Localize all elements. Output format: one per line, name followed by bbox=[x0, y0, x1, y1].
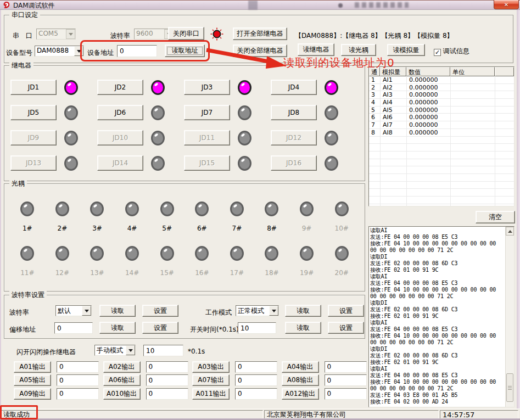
scrollbar-thumb[interactable] bbox=[506, 373, 513, 402]
output-button[interactable]: A011输出 bbox=[192, 388, 230, 400]
table-row[interactable]: 4 AI4 0.000000 bbox=[369, 99, 514, 107]
com-port-combo[interactable]: COM5 bbox=[36, 29, 76, 40]
close-button[interactable]: ✕ bbox=[494, 0, 519, 9]
baud-default-value: 默认 bbox=[56, 306, 82, 316]
relay-button[interactable]: JD12 bbox=[271, 130, 317, 145]
table-row[interactable]: 7 AI7 0.000000 bbox=[369, 121, 514, 129]
switch-time-input[interactable] bbox=[238, 322, 276, 334]
relay-led bbox=[325, 80, 338, 95]
analog-table-body: 1 AI1 0.000000 2 AI2 0.000000 3 bbox=[369, 76, 514, 206]
read-address-button[interactable]: 读取地址 bbox=[165, 44, 205, 57]
close-serial-button[interactable]: 关闭串口 bbox=[168, 27, 204, 40]
set-switch-time-button[interactable]: 设置 bbox=[328, 322, 364, 334]
read-offset-button[interactable]: 读取 bbox=[99, 322, 136, 334]
relay-button[interactable]: JD11 bbox=[184, 130, 230, 145]
output-button[interactable]: A010输出 bbox=[103, 388, 141, 400]
opto-label: 10# bbox=[335, 225, 349, 232]
relay-button[interactable]: JD1 bbox=[10, 80, 57, 95]
log-line: 读取AI bbox=[370, 320, 505, 326]
set-work-mode-button[interactable]: 设置 bbox=[328, 305, 364, 317]
read-opto-button[interactable]: 读光耦 bbox=[341, 44, 376, 56]
baud-default-combo[interactable]: 默认 bbox=[55, 305, 92, 316]
relay-button[interactable]: JD3 bbox=[184, 80, 230, 95]
output-value-input[interactable] bbox=[235, 374, 277, 386]
relay-button[interactable]: JD2 bbox=[97, 80, 143, 95]
relay-button[interactable]: JD6 bbox=[97, 105, 143, 120]
background-window-artifact bbox=[355, 2, 409, 8]
opto-label: 11# bbox=[20, 269, 34, 277]
titlebar[interactable]: DAM调试软件 ✕ bbox=[0, 0, 520, 10]
col-header-unit[interactable]: 单位 bbox=[450, 67, 495, 76]
output-value-input[interactable] bbox=[146, 388, 188, 400]
output-value-input[interactable] bbox=[146, 361, 188, 373]
output-button[interactable]: A07输出 bbox=[192, 374, 230, 386]
output-button[interactable]: A05输出 bbox=[14, 374, 51, 386]
work-mode-combo[interactable]: 正常模式 bbox=[236, 305, 279, 316]
chevron-down-icon[interactable] bbox=[269, 306, 278, 316]
close-all-relays-button[interactable]: 关闭全部继电器 bbox=[233, 44, 287, 57]
chevron-down-icon[interactable] bbox=[126, 345, 135, 355]
read-analog-button[interactable]: 读模拟量 bbox=[387, 44, 425, 56]
opto-label: 17# bbox=[230, 269, 244, 277]
col-header-extra[interactable] bbox=[495, 67, 514, 76]
output-value-input[interactable] bbox=[325, 388, 367, 400]
chevron-down-icon[interactable] bbox=[82, 306, 91, 316]
output-value-input[interactable] bbox=[325, 374, 367, 386]
table-row[interactable]: 2 AI2 0.000000 bbox=[369, 84, 514, 92]
relay-button[interactable]: JD7 bbox=[184, 105, 230, 120]
chevron-down-icon[interactable] bbox=[66, 29, 75, 39]
output-button[interactable]: A09输出 bbox=[14, 388, 51, 400]
output-button[interactable]: A02输出 bbox=[103, 361, 141, 373]
output-button[interactable]: A012输出 bbox=[282, 388, 319, 400]
output-button[interactable]: A03输出 bbox=[192, 361, 230, 373]
col-header-value[interactable]: 数值 bbox=[406, 67, 450, 76]
read-relay-button[interactable]: 读继电器 bbox=[298, 43, 334, 56]
chevron-down-icon[interactable] bbox=[74, 46, 83, 56]
table-row[interactable]: 6 AI6 0.000000 bbox=[369, 114, 514, 121]
read-work-mode-button[interactable]: 读取 bbox=[285, 305, 321, 317]
device-address-input[interactable] bbox=[117, 45, 157, 57]
output-button[interactable]: A04输出 bbox=[282, 361, 319, 373]
set-offset-button[interactable]: 设置 bbox=[142, 322, 178, 334]
log-line: 接收:FE 02 01 00 91 9C bbox=[370, 359, 505, 366]
flash-mode-combo[interactable]: 手动模式 bbox=[94, 345, 136, 356]
flash-time-input[interactable] bbox=[143, 345, 183, 356]
relay-button[interactable]: JD8 bbox=[271, 105, 317, 120]
read-baud-button[interactable]: 读取 bbox=[99, 305, 136, 317]
log-scrollbar[interactable] bbox=[505, 227, 514, 407]
debug-info-checkbox[interactable]: ✓ 调试信息 bbox=[434, 47, 469, 56]
output-button[interactable]: A08输出 bbox=[282, 374, 319, 386]
table-row[interactable]: 5 AI5 0.000000 bbox=[369, 107, 514, 114]
device-model-combo[interactable]: DAM0888 bbox=[35, 46, 84, 57]
offset-address-input[interactable] bbox=[54, 322, 93, 334]
output-value-input[interactable] bbox=[235, 388, 277, 400]
open-all-relays-button[interactable]: 打开全部继电器 bbox=[233, 27, 287, 40]
output-value-input[interactable] bbox=[146, 374, 188, 386]
table-row[interactable]: 1 AI1 0.000000 bbox=[369, 76, 514, 84]
scrollbar-up-button[interactable] bbox=[506, 227, 514, 236]
relay-button[interactable]: JD10 bbox=[97, 130, 143, 145]
relay-button[interactable]: JD16 bbox=[271, 155, 317, 171]
table-row[interactable]: 8 AI8 0.000000 bbox=[369, 129, 514, 137]
relay-button[interactable]: JD13 bbox=[10, 155, 57, 171]
checkbox-check-icon[interactable]: ✓ bbox=[434, 49, 441, 56]
table-row[interactable]: 3 AI3 0.000000 bbox=[369, 91, 514, 99]
relay-button[interactable]: JD9 bbox=[10, 130, 57, 145]
clear-log-button[interactable]: 清空 bbox=[476, 211, 515, 223]
output-button[interactable]: A01输出 bbox=[14, 361, 51, 373]
output-value-input[interactable] bbox=[57, 388, 99, 400]
output-value-input[interactable] bbox=[325, 361, 367, 373]
log-output[interactable]: 读取AI发送:FE 04 00 00 00 08 E5 C3接收:FE 04 1… bbox=[368, 226, 515, 407]
output-value-input[interactable] bbox=[57, 374, 99, 386]
set-baud-button[interactable]: 设置 bbox=[142, 305, 178, 317]
relay-button[interactable]: JD14 bbox=[97, 155, 143, 171]
output-button[interactable]: A06输出 bbox=[103, 374, 141, 386]
output-cell: A06输出 bbox=[103, 374, 193, 388]
cell-channel: 1 bbox=[369, 76, 380, 84]
read-switch-time-button[interactable]: 读取 bbox=[285, 322, 321, 334]
relay-button[interactable]: JD15 bbox=[184, 155, 230, 171]
output-value-input[interactable] bbox=[235, 361, 277, 373]
relay-button[interactable]: JD5 bbox=[10, 105, 57, 120]
output-value-input[interactable] bbox=[57, 361, 99, 373]
relay-button[interactable]: JD4 bbox=[271, 80, 317, 95]
